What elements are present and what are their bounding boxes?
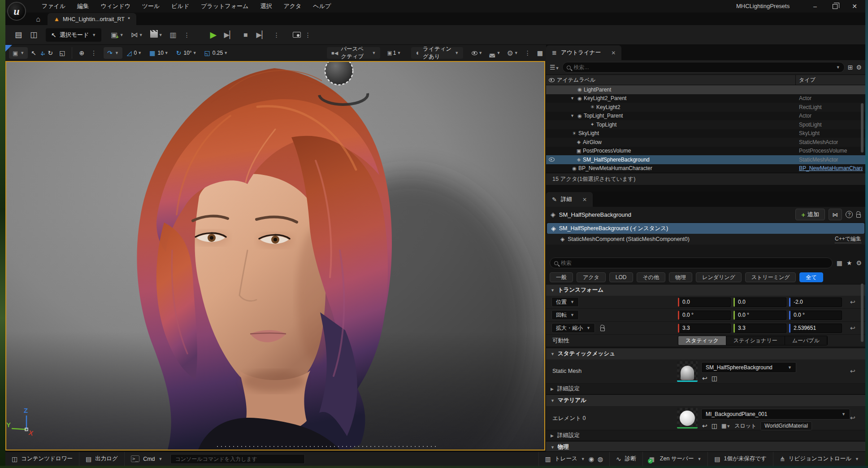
static-mesh-thumbnail[interactable] <box>677 361 698 382</box>
materials-advanced-row[interactable]: ▶詳細設定 <box>546 430 865 441</box>
reset-icon[interactable]: ↩ <box>850 414 855 421</box>
value-z[interactable]: 2.539651 <box>789 324 842 333</box>
transform-axis-dropdown[interactable]: 拡大・縮小▼ <box>551 323 595 333</box>
value-z[interactable]: 0.0 ° <box>789 311 842 320</box>
toolbar-overflow-icon[interactable]: ⋮ <box>181 31 193 39</box>
move-tool-icon[interactable] <box>39 49 45 57</box>
value-z[interactable]: -2.0 <box>789 297 842 307</box>
actor-snap-control[interactable]: ◿0▼ <box>122 49 145 57</box>
outliner-row[interactable]: ◉BP_NewMetaHumanCharacterBP_NewMetaHuman… <box>546 164 865 173</box>
perspective-dropdown[interactable]: ■◀パースペクティブ▼ <box>327 47 380 59</box>
grid-snap-control[interactable]: ▦10▼ <box>145 49 172 57</box>
type-column-header[interactable]: タイプ <box>799 76 816 84</box>
add-component-button[interactable]: +追加 <box>795 209 825 220</box>
details-search-input[interactable] <box>561 260 828 266</box>
materials-section-header[interactable]: ▼マテリアル <box>546 394 865 406</box>
use-selected-icon[interactable]: ↩ <box>702 422 707 429</box>
blueprint-edit-button[interactable]: ⋈ <box>829 209 842 220</box>
menu-item-ビルド[interactable]: ビルド <box>165 0 195 13</box>
scale-tool-icon[interactable]: ◱ <box>56 49 68 57</box>
console-input[interactable] <box>175 456 300 462</box>
trace-dropdown[interactable]: ▥ トレース▼ ◉ ◍ <box>539 452 609 466</box>
reset-icon[interactable]: ↩ <box>850 324 855 332</box>
scale-snap-control[interactable]: ◱0.25▼ <box>200 49 231 57</box>
static-mesh-advanced-row[interactable]: ▶詳細設定 <box>546 384 865 394</box>
minimize-button[interactable]: – <box>805 0 825 13</box>
outliner-row[interactable]: ▼◉TopLight_ParentActor <box>546 112 865 121</box>
label-column-header[interactable]: アイテムラベル <box>557 76 595 84</box>
zen-server-dropdown[interactable]: ▦✓ Zen サーバー▼ <box>643 452 708 466</box>
diagnostics-button[interactable]: ∿ 診断 <box>610 452 642 466</box>
view-mode-dropdown[interactable]: ◐ライティングあり▼ <box>411 47 463 59</box>
sequencer-button[interactable]: ▥ <box>167 31 180 39</box>
outliner-row[interactable]: ✦TopLightSpotLight <box>546 120 865 129</box>
outliner-settings-icon[interactable]: ⚙ <box>856 64 862 71</box>
editor-mode-select[interactable]: ↖ 選択モード ▼ <box>46 28 101 42</box>
mobility-option-スタティック[interactable]: スタティック <box>678 336 726 345</box>
filter-chip-一般[interactable]: 一般 <box>550 272 573 282</box>
trace-pause-icon[interactable]: ◉ <box>589 455 594 463</box>
outliner-row[interactable]: ☀SkyLightSkyLight <box>546 129 865 138</box>
material-thumbnail[interactable] <box>677 408 698 429</box>
value-y[interactable]: 0.0 <box>733 297 786 307</box>
outliner-row[interactable]: ◉LightParent <box>546 85 865 94</box>
select-tool-icon[interactable]: ↖ <box>28 49 39 57</box>
play-button[interactable]: ▶ <box>206 30 221 40</box>
details-settings-icon[interactable]: ⚙ <box>856 259 862 267</box>
stop-button[interactable]: ■ <box>238 31 253 39</box>
filter-chip-物理[interactable]: 物理 <box>669 272 692 282</box>
lock-icon[interactable] <box>856 214 861 218</box>
menu-item-ヘルプ[interactable]: ヘルプ <box>307 0 337 13</box>
transform-axis-dropdown[interactable]: 回転▼ <box>551 310 579 320</box>
menu-item-編集[interactable]: 編集 <box>71 0 95 13</box>
outliner-row[interactable]: ◈SM_HalfSphereBackgroundStaticMeshActor <box>546 155 865 164</box>
outliner-search-input[interactable] <box>573 64 833 70</box>
edit-cpp-link[interactable]: C++で編集 <box>835 235 861 243</box>
filter-chip-レンダリング[interactable]: レンダリング <box>696 272 742 282</box>
world-local-icon[interactable]: ⊕ <box>76 49 87 57</box>
browse-to-asset-icon[interactable]: ◫ <box>712 375 717 382</box>
filter-chip-ストリーミング[interactable]: ストリーミング <box>745 272 796 282</box>
level-viewport[interactable]: Z Y X <box>5 61 545 451</box>
play-options-icon[interactable]: ⋮ <box>270 31 283 39</box>
outliner-row[interactable]: ◈AirGlowStaticMeshActor <box>546 138 865 147</box>
save-icon[interactable]: ▤ <box>11 30 26 39</box>
details-tab[interactable]: ✎ 詳細 ✕ <box>546 192 593 207</box>
visibility-column-icon[interactable] <box>549 78 555 82</box>
actor-type[interactable]: BP_NewMetaHumanCharacter <box>799 165 863 171</box>
expander-icon[interactable]: ▼ <box>570 114 576 118</box>
platforms-icon[interactable] <box>293 32 301 38</box>
slot-name-field[interactable]: WorldGridMaterial <box>760 421 812 430</box>
trace-snapshot-icon[interactable]: ◍ <box>598 455 603 463</box>
platforms-options-icon[interactable]: ⋮ <box>302 31 314 39</box>
static-mesh-section-header[interactable]: ▼スタティックメッシュ <box>546 348 865 359</box>
menu-item-選択[interactable]: 選択 <box>254 0 278 13</box>
close-tab-icon[interactable]: ✕ <box>582 197 587 203</box>
visibility-toggle[interactable] <box>546 157 557 162</box>
filter-chip-LOD[interactable]: LOD <box>609 272 633 282</box>
unsaved-button[interactable]: ▤ 1個が未保存です <box>708 452 773 466</box>
blueprints-button[interactable]: ⋈▼ <box>128 31 146 39</box>
eject-button[interactable]: ▶▏ <box>254 31 269 39</box>
output-log-button[interactable]: ▤ 出力ログ <box>79 452 124 466</box>
instance-row[interactable]: ◈ SM_HalfSphereBackground (インスタンス) <box>547 223 864 234</box>
new-folder-icon[interactable]: ⊞ <box>848 64 853 71</box>
outliner-search[interactable]: ▼ <box>562 62 844 73</box>
content-browser-icon[interactable]: ◫ <box>26 30 41 39</box>
transform-section-header[interactable]: ▼トランスフォーム <box>546 284 865 296</box>
frame-skip-button[interactable]: ▶▏ <box>222 31 237 39</box>
restore-button[interactable] <box>825 0 845 13</box>
revision-control-dropdown[interactable]: ⋔ リビジョンコントロール▼ <box>773 452 865 466</box>
filter-icon[interactable]: ☰▼ <box>550 64 559 71</box>
quad-view-icon[interactable]: ▦ <box>534 49 546 57</box>
expander-icon[interactable]: ▼ <box>570 96 576 101</box>
details-scrollbar[interactable] <box>861 284 864 342</box>
static-mesh-asset-dropdown[interactable]: SM_HalfSphereBackground▼ <box>701 362 796 373</box>
unreal-logo-icon[interactable]: u <box>7 2 26 21</box>
mobility-option-ステイショナリー[interactable]: ステイショナリー <box>726 336 785 345</box>
show-flags-dropdown[interactable]: ▼ <box>469 51 486 55</box>
screen-percentage-control[interactable]: ▣1▼ <box>384 50 404 56</box>
value-x[interactable]: 0.0 <box>678 297 731 307</box>
close-tab-icon[interactable]: ✕ <box>611 50 616 56</box>
reset-icon[interactable]: ↩ <box>850 367 855 375</box>
